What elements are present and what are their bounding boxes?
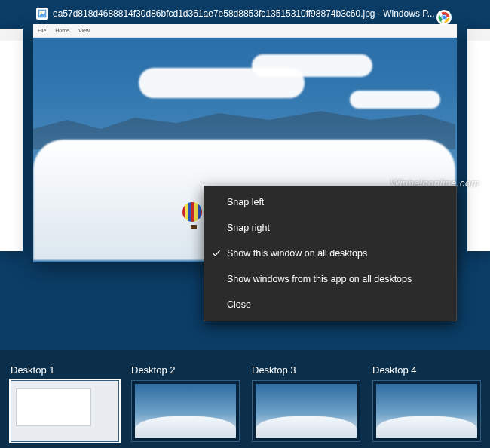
- check-icon: [212, 249, 221, 258]
- menu-item-label: Snap right: [227, 222, 270, 233]
- virtual-desktops-strip: Desktop 1 Desktop 2 Desktop 3 Desktop 4: [0, 350, 490, 448]
- window-peek-right[interactable]: [467, 29, 490, 251]
- cloud-art: [350, 91, 440, 109]
- menu-snap-left[interactable]: Snap left: [204, 189, 456, 215]
- window-titlebar: ea57d818d4688814f30d86bfcd1d361ae7e58d88…: [33, 8, 457, 24]
- menu-item-label: Show windows from this app on all deskto…: [227, 274, 412, 284]
- window-context-menu: Snap left Snap right Show this window on…: [204, 186, 457, 321]
- desktop-label: Desktop 1: [11, 364, 119, 376]
- desktop-2[interactable]: Desktop 2: [131, 364, 240, 442]
- menu-file[interactable]: File: [38, 28, 46, 33]
- menu-show-on-all-desktops[interactable]: Show this window on all desktops: [204, 241, 456, 266]
- paint-menu-bar[interactable]: File Home View: [33, 24, 457, 38]
- paint-app-icon: [36, 8, 48, 20]
- menu-snap-right[interactable]: Snap right: [204, 215, 456, 241]
- menu-close[interactable]: Close: [204, 292, 456, 318]
- window-peek-left[interactable]: [0, 29, 23, 251]
- desktop-label: Desktop 4: [372, 364, 481, 376]
- desktop-thumbnail[interactable]: [131, 380, 240, 442]
- desktop-label: Desktop 2: [131, 364, 240, 376]
- menu-view[interactable]: View: [78, 28, 90, 33]
- cloud-art: [252, 54, 372, 77]
- svg-point-5: [443, 16, 446, 20]
- desktop-1[interactable]: Desktop 1: [11, 364, 119, 442]
- desktop-thumbnail[interactable]: [11, 380, 119, 442]
- desktop-4[interactable]: Desktop 4: [372, 364, 481, 442]
- chrome-icon[interactable]: [436, 9, 452, 26]
- menu-item-label: Close: [227, 299, 251, 310]
- desktop-label: Desktop 3: [252, 364, 360, 376]
- window-title: ea57d818d4688814f30d86bfcd1d361ae7e58d88…: [53, 8, 435, 19]
- desktop-3[interactable]: Desktop 3: [252, 364, 360, 442]
- menu-item-label: Snap left: [227, 197, 264, 207]
- balloon-art: [182, 202, 205, 232]
- desktop-thumbnail[interactable]: [372, 380, 481, 442]
- menu-item-label: Show this window on all desktops: [227, 248, 367, 259]
- menu-home[interactable]: Home: [55, 28, 69, 33]
- menu-show-app-on-all-desktops[interactable]: Show windows from this app on all deskto…: [204, 266, 456, 292]
- desktop-thumbnail[interactable]: [252, 380, 360, 442]
